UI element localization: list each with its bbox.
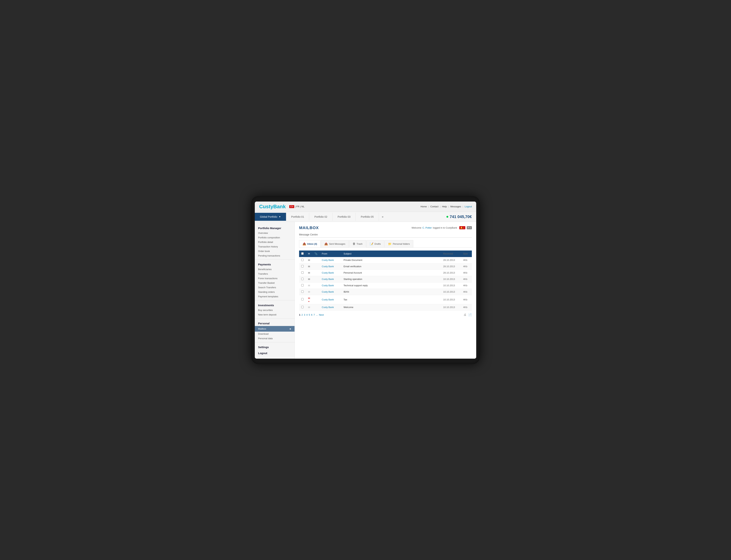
sidebar-item-payment-templates[interactable]: Payment templates xyxy=(255,294,294,299)
lang-fr[interactable]: FR xyxy=(296,205,299,208)
row-checkbox[interactable] xyxy=(301,298,303,300)
portfolio-tab-02[interactable]: Portfolio 02 xyxy=(309,213,332,221)
row-size: 4Kb xyxy=(461,295,472,304)
export-icon[interactable]: 📄 xyxy=(468,313,472,317)
sidebar-item-portfolio-detail[interactable]: Portfolio detail xyxy=(255,240,294,244)
row-subject[interactable]: Starting operation xyxy=(341,276,441,282)
sender-link[interactable]: Custy Bank xyxy=(322,265,334,268)
message-badge[interactable]: ✉ 4 xyxy=(467,226,472,229)
nav-logout[interactable]: Logout xyxy=(465,205,472,208)
sidebar-item-new-term-deposit[interactable]: New term deposit xyxy=(255,312,294,317)
alert-badge[interactable]: 🔔 1 xyxy=(459,226,465,229)
row-subject[interactable]: Private Document xyxy=(341,257,441,263)
tab-drafts[interactable]: 📝 Drafts xyxy=(367,240,385,247)
sidebar-item-buy-securities[interactable]: Buy securities xyxy=(255,308,294,312)
page-current: 1 xyxy=(299,313,300,316)
sidebar-item-forex[interactable]: Forex transactions xyxy=(255,276,294,281)
sidebar-item-logout[interactable]: Logout xyxy=(255,350,294,356)
sender-link[interactable]: Custy Bank xyxy=(322,271,334,274)
sidebar-item-beneficiaries[interactable]: Beneficiaries xyxy=(255,267,294,272)
print-icon[interactable]: 🖨 xyxy=(464,313,467,317)
page-next[interactable]: Next xyxy=(319,313,324,316)
sender-link[interactable]: Custy Bank xyxy=(322,306,334,309)
portfolio-more-icon[interactable]: » xyxy=(379,213,387,221)
nav-home[interactable]: Home xyxy=(421,205,427,208)
tab-personal-folders[interactable]: 📁 Personal folders xyxy=(385,240,413,247)
brand-logo: CustyBank xyxy=(259,204,286,210)
row-checkbox[interactable] xyxy=(301,284,303,286)
row-subject[interactable]: Email verification xyxy=(341,263,441,270)
nav-messages[interactable]: Messages xyxy=(451,205,461,208)
page-7[interactable]: 7 xyxy=(313,313,315,316)
sender-link[interactable]: Custy Bank xyxy=(322,298,334,301)
balance-status-dot xyxy=(447,216,448,218)
nav-help[interactable]: Help xyxy=(442,205,447,208)
page-title: MAILBOX xyxy=(299,225,319,230)
sidebar-item-settings[interactable]: Settings xyxy=(255,344,294,350)
row-received: 28.10.2013 xyxy=(441,263,461,270)
main-layout: Portfolio Manager Overview Portfolio com… xyxy=(255,222,476,359)
lang-en[interactable]: EN xyxy=(289,205,294,208)
sidebar-divider-1 xyxy=(255,259,294,260)
sidebar-item-transfer-basket[interactable]: Transfer Basket xyxy=(255,281,294,285)
sidebar-item-download[interactable]: Download xyxy=(255,332,294,336)
row-checkbox-cell xyxy=(299,304,306,310)
row-received: 28.10.2013 xyxy=(441,257,461,263)
portfolio-tab-01[interactable]: Portfolio 01 xyxy=(286,213,309,221)
page-6[interactable]: 6 xyxy=(311,313,312,316)
row-checkbox[interactable] xyxy=(301,290,303,293)
row-subject[interactable]: Personal Account xyxy=(341,270,441,276)
page-4[interactable]: 4 xyxy=(306,313,307,316)
portfolio-tab-global[interactable]: Global Portfolio ▼ xyxy=(255,213,286,221)
username: C. Potter xyxy=(423,226,432,229)
row-attach-cell xyxy=(312,295,319,304)
pagination: 1 2 3 4 5 6 7 ... Next 🖨 📄 xyxy=(299,311,472,317)
portfolio-tab-03[interactable]: Portfolio 03 xyxy=(332,213,356,221)
header-right: Welcome C. Potter logged in to CustyBank… xyxy=(412,226,472,229)
col-size-header: Size xyxy=(461,251,472,257)
sender-link[interactable]: Custy Bank xyxy=(322,278,334,280)
page-5[interactable]: 5 xyxy=(309,313,310,316)
sidebar-item-portfolio-composition[interactable]: Portfolio composition xyxy=(255,235,294,240)
row-subject[interactable]: Tax xyxy=(341,295,441,304)
sidebar-item-standing-orders[interactable]: Standing orders xyxy=(255,290,294,294)
sidebar-item-mailbox[interactable]: Mailbox xyxy=(255,326,294,332)
sidebar-item-order-book[interactable]: Order book xyxy=(255,249,294,253)
sidebar-item-pending-transactions[interactable]: Pending transactions xyxy=(255,253,294,258)
tab-sent[interactable]: 📤 Sent Messages xyxy=(321,240,349,247)
lang-nl[interactable]: NL xyxy=(301,205,304,208)
row-read-icon: ✉ xyxy=(306,270,312,276)
select-all-checkbox[interactable] xyxy=(301,252,303,255)
portfolio-tab-05[interactable]: Portfolio 05 xyxy=(356,213,379,221)
sender-link[interactable]: Custy Bank xyxy=(322,284,334,287)
row-size: 4Kb xyxy=(461,276,472,282)
sender-link[interactable]: Custy Bank xyxy=(322,290,334,293)
row-checkbox[interactable] xyxy=(301,265,303,267)
table-row: ✉ Custy Bank Starting operation 10.10.20… xyxy=(299,276,472,282)
row-subject[interactable]: Technical support reply xyxy=(341,282,441,289)
row-size: 4Kb xyxy=(461,304,472,310)
sidebar-item-search-transfers[interactable]: Search Transfers xyxy=(255,285,294,290)
sidebar-item-personal-data[interactable]: Personal data xyxy=(255,336,294,341)
tab-inbox[interactable]: 📥 Inbox (4) xyxy=(299,240,320,247)
sidebar-item-transaction-history[interactable]: Transaction history xyxy=(255,244,294,249)
row-checkbox[interactable] xyxy=(301,271,303,274)
table-row: ✉ Custy Bank Welcome 10.10.2013 4Kb xyxy=(299,304,472,310)
row-checkbox[interactable] xyxy=(301,306,303,308)
row-checkbox[interactable] xyxy=(301,278,303,280)
row-read-icon: ✉ xyxy=(306,257,312,263)
tab-trash[interactable]: 🗑 Trash xyxy=(349,240,366,247)
sidebar-item-transfers[interactable]: Transfers xyxy=(255,272,294,276)
page-3[interactable]: 3 xyxy=(304,313,305,316)
table-row: ✉ Custy Bank Personal Account 28.10.2013… xyxy=(299,270,472,276)
top-nav: Home | Contact | Help | Messages | Logou… xyxy=(421,205,472,208)
nav-contact[interactable]: Contact xyxy=(430,205,439,208)
row-checkbox[interactable] xyxy=(301,259,303,261)
sender-link[interactable]: Custy Bank xyxy=(322,259,334,261)
row-subject[interactable]: Welcome xyxy=(341,304,441,310)
page-2[interactable]: 2 xyxy=(301,313,303,316)
col-subject-header: Subject xyxy=(341,251,441,257)
row-subject[interactable]: IBAN xyxy=(341,289,441,295)
row-size: 4Kb xyxy=(461,257,472,263)
sidebar-item-overview[interactable]: Overview xyxy=(255,231,294,235)
